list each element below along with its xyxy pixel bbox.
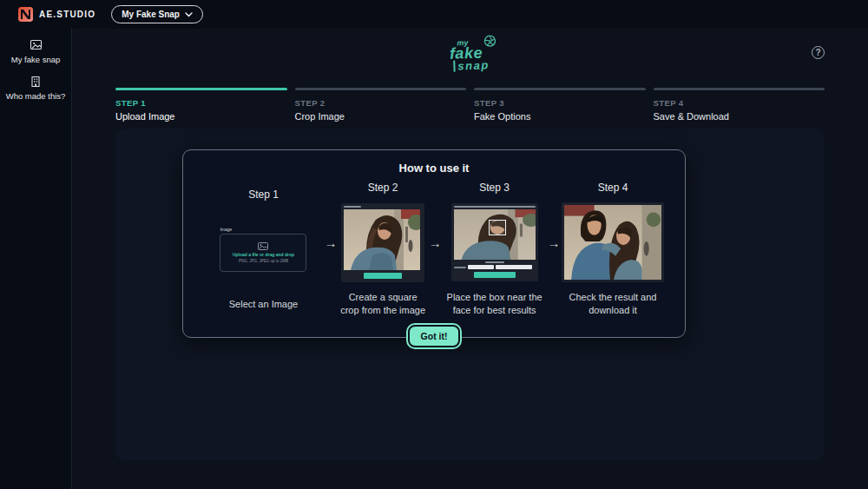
photo-icon [30,38,43,51]
mini-crop-button [364,273,402,279]
step-2-bar [295,88,467,90]
got-it-label: Got it! [421,331,448,341]
face-selection-box [489,220,506,235]
sidebar: My fake snap Who made this? [0,29,72,489]
step-1-bar [115,88,287,90]
step-3-bar [474,88,646,90]
top-bar: AE.STUDIO My Fake Snap [0,0,868,29]
how-to-use-modal: How to use it Step 1 Image Uplo [182,149,686,338]
sidebar-item-label: My fake snap [11,55,61,64]
modal-step-1: Step 1 Image Upload a file or drag and d… [204,182,323,311]
step-3-number: STEP 3 [474,98,646,108]
upload-thumb-cta: Upload a file or drag and drop [233,252,294,257]
couple-result-image [564,205,661,280]
question-mark-icon: ? [815,48,820,57]
got-it-button[interactable]: Got it! [408,325,461,347]
modal-title: How to use it [183,162,685,175]
sidebar-item-my-fake-snap[interactable]: My fake snap [0,38,71,64]
step-progress: STEP 1 Upload Image STEP 2 Crop Image ST… [115,88,825,122]
crop-screen-thumbnail [341,203,424,282]
sidebar-item-who-made-this[interactable]: Who made this? [0,76,71,101]
modal-step-1-name: Step 1 [248,188,279,201]
step-4-label: Save & Download [654,111,825,122]
upload-thumbnail: Image Upload a file or drag and drop PNG… [220,227,306,272]
brand-name: AE.STUDIO [39,10,95,19]
modal-step-3-caption: Place the box near the face for best res… [443,291,546,317]
sidebar-item-label: Who made this? [6,91,66,101]
mini-options-inputs [454,265,536,269]
modal-step-3-name: Step 3 [479,182,510,194]
chevron-down-icon [185,12,193,17]
ae-studio-logo-icon [18,7,33,22]
arrow-right-icon: → [546,235,562,250]
step-4-number: STEP 4 [654,98,825,108]
arrow-right-icon: → [427,235,443,250]
logo-word-snap: snap [453,59,491,72]
arrow-right-icon: → [323,235,339,250]
upload-dropzone-preview: Upload a file or drag and drop PNG, JPG,… [220,234,306,272]
fake-options-screen-thumbnail [451,203,538,281]
step-2-crop-image: STEP 2 Crop Image [295,88,467,122]
app-logo: my fake snap [73,39,868,71]
step-4-save-download: STEP 4 Save & Download [654,88,825,122]
woman-portrait-image [344,209,420,270]
modal-step-4-caption: Check the result and download it [562,291,664,317]
modal-step-4: Step 4 [562,182,664,317]
step-1-number: STEP 1 [115,98,287,108]
workspace-selector-label: My Fake Snap [122,10,180,19]
modal-step-2: Step 2 [339,182,427,317]
step-2-label: Crop Image [295,111,467,122]
step-2-number: STEP 2 [295,98,467,108]
modal-step-1-caption: Select an Image [229,298,299,311]
mini-generate-button [474,272,516,278]
modal-step-2-name: Step 2 [368,182,398,194]
upload-thumb-hint: PNG, JPG, JPEG up to 2MB [239,259,288,263]
help-button[interactable]: ? [812,46,825,59]
result-thumbnail [562,202,664,282]
main-content: my fake snap ? STEP 1 Upload Image STEP … [73,29,868,489]
modal-step-2-caption: Create a square crop from the image [339,291,427,317]
modal-step-4-name: Step 4 [598,182,628,194]
workspace-selector[interactable]: My Fake Snap [111,5,203,23]
step-3-label: Fake Options [474,111,646,122]
step-4-bar [654,88,825,90]
building-icon [30,76,42,88]
camera-shutter-icon [483,35,496,47]
step-1-label: Upload Image [115,111,287,122]
brand: AE.STUDIO [18,7,95,22]
modal-step-3: Step 3 [443,182,546,317]
upload-thumb-label: Image [220,227,306,232]
step-3-fake-options: STEP 3 Fake Options [474,88,646,122]
step-1-upload-image: STEP 1 Upload Image [115,88,287,122]
modal-steps-row: Step 1 Image Upload a file or drag and d… [183,175,685,317]
image-icon [258,242,268,250]
